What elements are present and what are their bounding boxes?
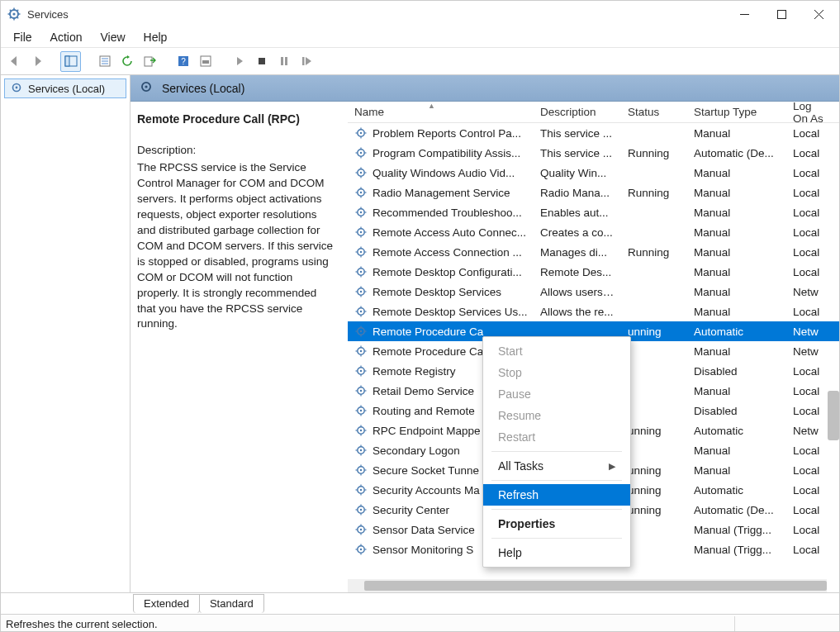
service-row[interactable]: Quality Windows Audio Vid...Quality Win.… — [348, 163, 839, 183]
service-startup-type: Automatic — [687, 326, 786, 338]
separator — [491, 451, 622, 452]
service-description: Remote Des... — [534, 266, 621, 278]
nav-forward-button[interactable] — [26, 51, 47, 72]
service-icon — [354, 345, 368, 358]
app-icon — [7, 7, 21, 21]
service-startup-type: Automatic (De... — [687, 504, 786, 516]
description-label: Description: — [137, 143, 336, 159]
tab-extended[interactable]: Extended — [133, 594, 200, 613]
column-description[interactable]: Description — [534, 102, 621, 122]
service-logon-as: Netw — [786, 345, 836, 358]
toolbar: ? — [1, 47, 839, 75]
service-name: Remote Procedure Ca — [373, 326, 483, 338]
service-icon — [354, 364, 368, 378]
service-logon-as: Local — [786, 484, 836, 497]
service-row[interactable]: Remote Desktop Configurati...Remote Des.… — [348, 262, 839, 282]
service-startup-type: Automatic (De... — [687, 147, 786, 159]
svg-point-143 — [360, 489, 362, 491]
ctx-properties[interactable]: Properties — [483, 513, 630, 535]
stop-service-button[interactable] — [251, 51, 272, 72]
service-logon-as: Local — [786, 187, 836, 199]
titlebar: Services — [1, 1, 839, 27]
action-button[interactable] — [195, 51, 216, 72]
ctx-pause[interactable]: Pause — [483, 383, 630, 405]
ctx-stop[interactable]: Stop — [483, 362, 630, 383]
service-icon — [354, 523, 368, 536]
svg-point-119 — [360, 410, 362, 411]
menu-help[interactable]: Help — [136, 29, 175, 45]
ctx-resume[interactable]: Resume — [483, 405, 630, 426]
service-row[interactable]: Radio Management ServiceRadio Mana...Run… — [348, 183, 839, 202]
service-logon-as: Local — [786, 266, 836, 278]
restart-service-button[interactable] — [296, 51, 316, 72]
service-status: Running — [621, 246, 687, 259]
service-startup-type: Disabled — [687, 405, 786, 417]
service-name: Secure Socket Tunne — [373, 464, 479, 477]
service-logon-as: Local — [786, 207, 836, 219]
content-header-title: Services (Local) — [162, 82, 244, 95]
export-list-button[interactable] — [139, 51, 159, 72]
service-startup-type: Manual — [687, 266, 786, 278]
svg-point-65 — [360, 231, 362, 233]
service-logon-as: Local — [786, 464, 836, 477]
ctx-start[interactable]: Start — [483, 340, 630, 362]
properties-button[interactable] — [94, 51, 115, 72]
help-button[interactable]: ? — [173, 51, 193, 72]
service-row[interactable]: Program Compatibility Assis...This servi… — [348, 143, 839, 163]
service-startup-type: Manual — [687, 167, 786, 179]
scrollbar-thumb[interactable] — [364, 581, 827, 591]
menu-action[interactable]: Action — [43, 29, 90, 45]
svg-point-33 — [145, 85, 147, 88]
service-icon — [354, 384, 368, 397]
tree-root-services-local[interactable]: Services (Local) — [4, 78, 126, 98]
refresh-button[interactable] — [116, 51, 137, 72]
tab-standard[interactable]: Standard — [199, 594, 264, 613]
ctx-restart[interactable]: Restart — [483, 426, 630, 448]
service-icon — [354, 265, 368, 278]
minimize-button[interactable] — [726, 2, 763, 26]
menu-view[interactable]: View — [93, 29, 132, 45]
svg-rect-28 — [285, 57, 287, 65]
nav-back-button[interactable] — [4, 51, 25, 72]
gear-icon — [10, 81, 23, 97]
service-icon — [354, 245, 368, 259]
ctx-refresh[interactable]: Refresh — [483, 484, 630, 506]
pause-service-button[interactable] — [273, 51, 294, 72]
svg-point-155 — [360, 529, 362, 530]
service-row[interactable]: Remote Access Auto Connec...Creates a co… — [348, 222, 839, 242]
context-menu: Start Stop Pause Resume Restart All Task… — [482, 336, 631, 568]
service-description: This service ... — [534, 147, 621, 159]
start-service-button[interactable] — [229, 51, 249, 72]
column-name[interactable]: Name — [348, 102, 534, 122]
maximize-button[interactable] — [763, 2, 800, 26]
service-name: Remote Procedure Ca — [373, 345, 483, 358]
menu-file[interactable]: File — [6, 29, 40, 45]
service-row[interactable]: Remote Desktop ServicesAllows users ...M… — [348, 282, 839, 302]
service-description: This service ... — [534, 127, 621, 140]
show-hide-tree-button[interactable] — [60, 51, 81, 72]
horizontal-scrollbar[interactable] — [348, 579, 827, 592]
service-row[interactable]: Recommended Troubleshoo...Enables aut...… — [348, 202, 839, 222]
svg-point-161 — [360, 549, 362, 550]
service-startup-type: Manual (Trigg... — [687, 524, 786, 536]
column-logon-as[interactable]: Log On As — [786, 102, 836, 122]
column-status[interactable]: Status — [621, 102, 687, 122]
menubar: File Action View Help — [1, 27, 839, 47]
service-startup-type: Manual — [687, 127, 786, 140]
service-row[interactable]: Remote Access Connection ...Manages di..… — [348, 242, 839, 262]
service-name: Recommended Troubleshoo... — [373, 207, 522, 219]
svg-point-41 — [360, 152, 362, 154]
service-startup-type: Automatic — [687, 425, 786, 437]
ctx-all-tasks[interactable]: All Tasks ▶ — [483, 455, 630, 477]
svg-rect-15 — [65, 56, 69, 66]
close-button[interactable] — [800, 2, 838, 26]
ctx-help[interactable]: Help — [483, 542, 630, 563]
vertical-scrollbar-thumb[interactable] — [828, 391, 839, 440]
service-startup-type: Manual (Trigg... — [687, 544, 786, 556]
service-icon — [354, 503, 368, 516]
list-header[interactable]: Name ▲ Description Status Startup Type L… — [348, 102, 839, 123]
service-row[interactable]: Remote Desktop Services Us...Allows the … — [348, 302, 839, 321]
service-status: unning — [621, 504, 687, 516]
column-startup-type[interactable]: Startup Type — [687, 102, 786, 122]
service-row[interactable]: Problem Reports Control Pa...This servic… — [348, 123, 839, 143]
